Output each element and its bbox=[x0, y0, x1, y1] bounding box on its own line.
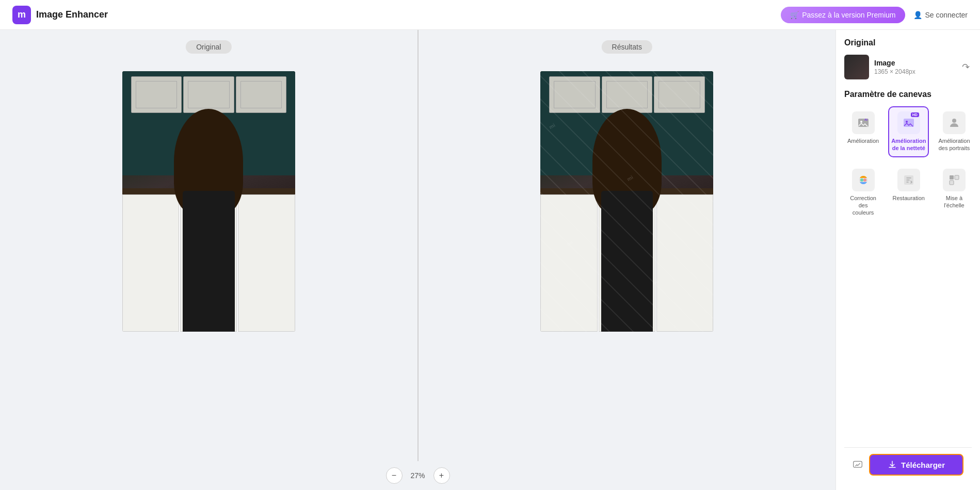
svg-point-5 bbox=[952, 119, 956, 123]
header: m Image Enhancer 🛒 Passez à la version P… bbox=[0, 0, 980, 30]
refresh-icon: ↷ bbox=[962, 62, 970, 72]
results-panel: Résultats bbox=[419, 30, 836, 461]
kitchen-scene-original bbox=[122, 71, 295, 332]
svg-rect-10 bbox=[950, 175, 954, 179]
param-label-nettete: Amélioration de la netteté bbox=[891, 137, 926, 152]
header-right: 🛒 Passez à la version Premium 👤 Se conne… bbox=[781, 7, 968, 23]
param-icon-couleurs bbox=[852, 169, 875, 191]
results-label: Résultats bbox=[602, 40, 652, 54]
image-meta: Image 1365 × 2048px bbox=[874, 59, 955, 75]
figure-body-res bbox=[601, 191, 653, 332]
zoom-level: 27% bbox=[409, 471, 427, 480]
kitchen-scene-results bbox=[540, 71, 713, 332]
svg-point-1 bbox=[860, 121, 862, 123]
param-nettete[interactable]: HD Amélioration de la netteté bbox=[888, 106, 929, 157]
zoom-bar: − 27% + bbox=[0, 461, 836, 490]
header-left: m Image Enhancer bbox=[12, 6, 108, 24]
zoom-in-button[interactable]: + bbox=[433, 467, 450, 484]
app-logo: m bbox=[12, 6, 31, 24]
param-label-couleurs: Correction des couleurs bbox=[847, 194, 879, 217]
svg-text:AI: AI bbox=[864, 118, 867, 121]
sidebar-spacer bbox=[844, 232, 972, 447]
original-section-title: Original bbox=[844, 38, 972, 47]
svg-point-7 bbox=[860, 178, 863, 182]
results-image: mi mi mi mi bbox=[540, 71, 713, 332]
param-icon-portraits bbox=[943, 111, 966, 134]
params-title: Paramètre de canevas bbox=[844, 90, 972, 99]
app-title: Image Enhancer bbox=[36, 9, 108, 20]
sidebar: Original Image 1365 × 2048px ↷ Paramètre… bbox=[836, 30, 980, 490]
param-label-amelioration: Amélioration bbox=[847, 137, 879, 144]
original-label-wrap: Original bbox=[186, 42, 231, 52]
results-image-inner: mi mi mi mi bbox=[540, 71, 713, 332]
image-dims: 1365 × 2048px bbox=[874, 68, 955, 75]
param-icon-nettete: HD bbox=[897, 111, 920, 134]
params-grid: AI Amélioration HD Amélioration de la ne… bbox=[844, 106, 972, 221]
download-button[interactable]: Télécharger bbox=[869, 454, 963, 476]
original-image-inner bbox=[122, 71, 295, 332]
image-thumb-inner bbox=[844, 55, 869, 79]
original-label: Original bbox=[186, 40, 231, 54]
svg-rect-13 bbox=[854, 461, 862, 467]
figure-body-orig bbox=[183, 191, 235, 332]
param-echelle[interactable]: Mise à l'échelle bbox=[935, 164, 973, 222]
original-image bbox=[122, 71, 295, 332]
feedback-icon bbox=[853, 460, 863, 470]
hd-badge: HD bbox=[911, 112, 919, 117]
param-couleurs[interactable]: Correction des couleurs bbox=[844, 164, 882, 222]
param-label-portraits: Amélioration des portraits bbox=[938, 137, 970, 152]
download-icon bbox=[888, 460, 897, 469]
signin-button[interactable]: 👤 Se connecter bbox=[913, 11, 968, 19]
figure-res bbox=[584, 97, 670, 332]
param-icon-restauration bbox=[897, 169, 920, 191]
feedback-button[interactable] bbox=[853, 460, 863, 470]
bottom-bar: Télécharger bbox=[844, 447, 972, 482]
zoom-out-button[interactable]: − bbox=[386, 467, 403, 484]
results-label-wrap: Résultats bbox=[602, 42, 652, 52]
download-label: Télécharger bbox=[901, 461, 945, 469]
param-label-restauration: Restauration bbox=[893, 194, 925, 202]
refresh-button[interactable]: ↷ bbox=[960, 59, 972, 75]
user-icon: 👤 bbox=[913, 11, 922, 19]
zoom-in-icon: + bbox=[439, 471, 444, 480]
svg-point-8 bbox=[863, 178, 866, 182]
image-thumbnail bbox=[844, 55, 869, 79]
original-panel: Original bbox=[0, 30, 417, 461]
zoom-out-icon: − bbox=[392, 471, 396, 480]
svg-rect-12 bbox=[950, 181, 954, 185]
cart-icon: 🛒 bbox=[790, 11, 799, 19]
image-info-row: Image 1365 × 2048px ↷ bbox=[844, 55, 972, 79]
svg-point-4 bbox=[906, 121, 908, 123]
premium-button[interactable]: 🛒 Passez à la version Premium bbox=[781, 7, 905, 23]
param-portraits[interactable]: Amélioration des portraits bbox=[935, 106, 973, 157]
param-icon-echelle bbox=[943, 169, 966, 191]
param-amelioration[interactable]: AI Amélioration bbox=[844, 106, 882, 157]
param-restauration[interactable]: Restauration bbox=[888, 164, 929, 222]
figure-orig bbox=[166, 97, 252, 332]
param-icon-amelioration: AI bbox=[852, 111, 875, 134]
svg-rect-11 bbox=[955, 175, 959, 179]
panels-container: Original bbox=[0, 30, 836, 461]
canvas-area: Original bbox=[0, 30, 836, 490]
image-name: Image bbox=[874, 59, 955, 67]
main-layout: Original bbox=[0, 30, 980, 490]
param-label-echelle: Mise à l'échelle bbox=[938, 194, 970, 209]
